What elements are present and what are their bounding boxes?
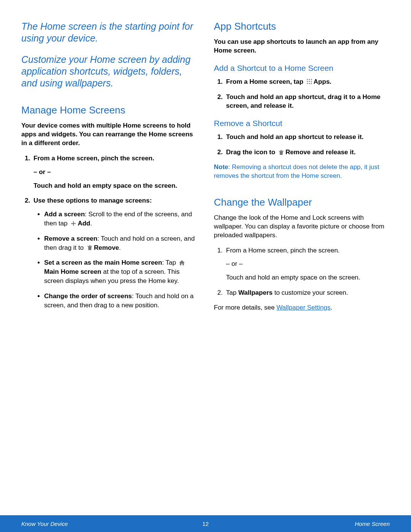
app-shortcuts-heading: App Shortcuts xyxy=(214,21,390,32)
right-column: App Shortcuts You can use app shortcuts … xyxy=(214,21,390,318)
wallpaper-settings-link[interactable]: Wallpaper Settings xyxy=(276,304,330,311)
remove-shortcut-steps: Touch and hold an app shortcut to releas… xyxy=(214,133,390,157)
text: . xyxy=(330,78,331,85)
label-remove-screen: Remove a screen xyxy=(44,235,97,242)
home-icon xyxy=(178,259,185,266)
text: Drag the icon to xyxy=(226,149,277,156)
manage-description: Your device comes with multiple Home scr… xyxy=(21,121,197,148)
text: Touch and hold an empty space on the scr… xyxy=(226,274,360,281)
page-content: The Home screen is the starting point fo… xyxy=(0,0,411,318)
change-wallpaper-heading: Change the Wallpaper xyxy=(214,197,390,208)
manage-option-remove: Remove a screen: Touch and hold on a scr… xyxy=(44,234,197,252)
text: : Tap xyxy=(162,259,178,266)
wallpaper-step-1: From a Home screen, pinch the screen. – … xyxy=(225,246,390,282)
text: Tap xyxy=(226,289,238,296)
text: From a Home screen, pinch the screen. xyxy=(226,247,340,254)
svg-point-2 xyxy=(307,79,308,80)
svg-point-9 xyxy=(309,83,310,84)
label-add: Add xyxy=(78,220,90,227)
text: . xyxy=(330,304,332,311)
footer-right: Home Screen xyxy=(355,521,390,527)
wallpaper-steps: From a Home screen, pinch the screen. – … xyxy=(214,246,390,297)
manage-option-order: Change the order of screens: Touch and h… xyxy=(44,292,197,310)
manage-step-2: Use these options to manage screens: Add… xyxy=(32,196,197,310)
manage-step-1: From a Home screen, pinch the screen. – … xyxy=(32,154,197,190)
intro-paragraph-1: The Home screen is the starting point fo… xyxy=(21,21,197,45)
or-divider: – or – xyxy=(33,168,197,177)
manage-home-screens-heading: Manage Home Screens xyxy=(21,104,197,116)
label-remove: Remove xyxy=(94,244,119,251)
footer-page-number: 12 xyxy=(202,521,209,527)
label-wallpapers: Wallpapers xyxy=(238,289,272,296)
note-label: Note xyxy=(214,163,228,171)
remove-shortcut-step-2: Drag the icon to Remove and release it. xyxy=(225,148,390,157)
trash-icon xyxy=(278,149,285,156)
svg-point-6 xyxy=(309,81,310,82)
shortcuts-description: You can use app shortcuts to launch an a… xyxy=(214,38,390,55)
note-body: : Removing a shortcut does not delete th… xyxy=(214,163,379,179)
manage-steps: From a Home screen, pinch the screen. – … xyxy=(21,154,197,310)
label-change-order: Change the order of screens xyxy=(44,292,132,300)
intro-paragraph-2: Customize your Home screen by adding app… xyxy=(21,54,197,89)
svg-point-7 xyxy=(311,81,312,82)
remove-shortcut-step-1: Touch and hold an app shortcut to releas… xyxy=(225,133,390,142)
manage-step-1a: From a Home screen, pinch the screen. xyxy=(33,155,154,162)
manage-option-add: Add a screen: Scroll to the end of the s… xyxy=(44,210,197,228)
wallpaper-step-2: Tap Wallpapers to customize your screen. xyxy=(225,288,390,297)
text: and release it. xyxy=(311,149,355,156)
label-add-screen: Add a screen xyxy=(44,211,85,218)
text: For more details, see xyxy=(214,304,276,311)
apps-grid-icon xyxy=(306,78,313,85)
text: to customize your screen. xyxy=(272,289,348,296)
svg-point-5 xyxy=(307,81,308,82)
text: . xyxy=(119,244,121,251)
plus-icon xyxy=(70,220,77,227)
add-shortcut-step-1: From a Home screen, tap Apps. xyxy=(225,77,390,86)
manage-step-1b: Touch and hold an empty space on the scr… xyxy=(33,182,177,189)
or-divider: – or – xyxy=(226,259,390,268)
wallpaper-description: Change the look of the Home and Lock scr… xyxy=(214,214,390,240)
manage-options: Add a screen: Scroll to the end of the s… xyxy=(33,210,197,310)
remove-shortcut-heading: Remove a Shortcut xyxy=(214,119,390,128)
svg-point-4 xyxy=(311,79,312,80)
label-set-main: Set a screen as the main Home screen xyxy=(44,259,162,266)
left-column: The Home screen is the starting point fo… xyxy=(21,21,197,318)
svg-point-8 xyxy=(307,83,308,84)
svg-point-10 xyxy=(311,83,312,84)
text: From a Home screen, tap xyxy=(226,78,305,85)
svg-point-3 xyxy=(309,79,310,80)
manage-option-main: Set a screen as the main Home screen: Ta… xyxy=(44,258,197,285)
wallpaper-more-details: For more details, see Wallpaper Settings… xyxy=(214,304,390,312)
label-main-home: Main Home screen xyxy=(44,268,101,275)
remove-shortcut-note: Note: Removing a shortcut does not delet… xyxy=(214,163,390,181)
text: . xyxy=(90,220,92,227)
label-remove: Remove xyxy=(285,149,311,156)
manage-step-2-text: Use these options to manage screens: xyxy=(33,197,152,204)
add-shortcut-steps: From a Home screen, tap Apps. Touch and … xyxy=(214,77,390,110)
footer-left: Know Your Device xyxy=(21,521,68,527)
add-shortcut-heading: Add a Shortcut to a Home Screen xyxy=(214,64,390,73)
label-apps: Apps xyxy=(314,78,330,85)
page-footer: Know Your Device 12 Home Screen xyxy=(0,515,411,532)
add-shortcut-step-2: Touch and hold an app shortcut, drag it … xyxy=(225,93,390,111)
trash-icon xyxy=(86,244,93,251)
